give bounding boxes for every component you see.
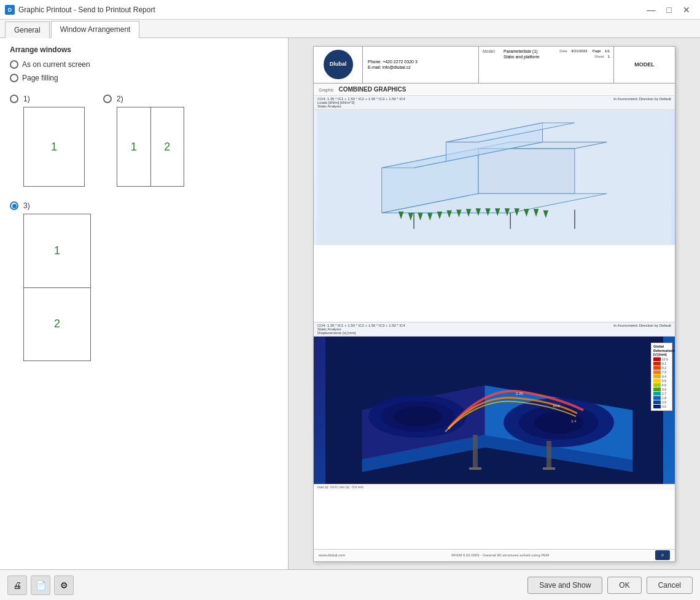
ok-button[interactable]: OK [607, 577, 641, 594]
page-header-meta: Model: Parameterliste (1) Date 3/21/2022… [478, 47, 613, 83]
settings-icon-btn[interactable]: ⚙ [54, 575, 74, 595]
svg-rect-39 [546, 441, 551, 469]
pane1-info-left: CO4: 1.35 * IC1 + 1.50 * IC2 + 1.50 * IC… [317, 97, 405, 108]
window-title: Graphic Printout - Send to Printout Repo… [18, 6, 155, 14]
layout-3-cell-1: 1 [24, 214, 90, 287]
radio-layout-2 [103, 95, 112, 103]
legend-bar: 10.0 9.1 8.2 7.3 6.4 5.5 4.6 3.6 2.7 1 [653, 357, 670, 409]
page-header-info: Phone: +420 2272 0320 3 E-mail: info@dlu… [363, 47, 478, 83]
svg-text:2.25: 2.25 [516, 392, 523, 395]
radio-current-screen[interactable]: As on current screen [10, 60, 278, 69]
action-bar: 🖨 📄 ⚙ Save and Show OK Cancel [0, 569, 700, 600]
layout-2-box[interactable]: 1 2 [117, 107, 184, 187]
tab-general[interactable]: General [5, 21, 50, 38]
radio-circle-current [10, 60, 18, 69]
layout-3-group: 3) 1 2 [10, 201, 278, 361]
preview-page: Dlubal Phone: +420 2272 0320 3 E-mail: i… [313, 46, 675, 562]
pane2-bottom-info: max |v|: 10.0 | min |v|: -0.0 mm [314, 484, 675, 489]
maximize-button[interactable]: □ [662, 4, 677, 16]
svg-point-34 [393, 407, 442, 426]
minimize-button[interactable]: — [642, 4, 661, 16]
legend-title: GlobalDeformations[v] [mm] [653, 345, 670, 357]
layout-1-label: 1) [23, 95, 85, 103]
layout-3-box[interactable]: 1 2 [23, 214, 91, 361]
layout-1-box[interactable]: 1 [23, 107, 85, 187]
export-icon-btn[interactable]: 📄 [31, 575, 50, 595]
page-logo: Dlubal [314, 47, 363, 83]
main-content: Arrange windows As on current screen Pag… [0, 38, 700, 569]
layout-3-radio[interactable] [10, 201, 18, 210]
section-title: Arrange windows [10, 45, 278, 54]
pane1-svg: 2.25 2.751 1.875 1.75 1.874 [314, 110, 675, 245]
pane1-image: 2.25 2.751 1.875 1.75 1.874 [314, 110, 675, 245]
layout-3-cell-2: 2 [24, 287, 90, 361]
pane1-header: CO4: 1.35 * IC1 + 1.50 * IC2 + 1.50 * IC… [314, 96, 675, 110]
tab-bar: General Window Arrangement [0, 20, 700, 38]
layout-3-label: 3) [23, 201, 91, 210]
close-button[interactable]: ✕ [678, 4, 695, 16]
layout-2-cell-2: 2 [150, 107, 184, 186]
pane2-info-left: CO4: 1.35 * IC1 + 1.50 * IC2 + 1.50 * IC… [317, 324, 405, 335]
graphics-header: Graphic COMBINED GRAPHICS [314, 84, 675, 96]
page-footer: www.dlubal.com RFEM 6.02.0003 - General … [314, 549, 675, 561]
title-bar: D Graphic Printout - Send to Printout Re… [0, 0, 700, 20]
layout-2-cell-1: 1 [117, 107, 150, 186]
svg-text:3.4: 3.4 [571, 419, 577, 423]
pane2-header: CO4: 1.35 * IC1 + 1.50 * IC2 + 1.50 * IC… [314, 322, 675, 337]
radio-layout-1 [10, 95, 18, 103]
action-bar-right: Save and Show OK Cancel [527, 577, 693, 594]
layout-1-radio[interactable] [10, 95, 18, 103]
svg-marker-4 [478, 148, 575, 193]
radio-group: As on current screen Page filling [10, 60, 278, 82]
graphic-pane-1: CO4: 1.35 * IC1 + 1.50 * IC2 + 1.50 * IC… [314, 96, 675, 323]
title-bar-left: D Graphic Printout - Send to Printout Re… [5, 5, 155, 15]
graphic-pane-2: CO4: 1.35 * IC1 + 1.50 * IC2 + 1.50 * IC… [314, 322, 675, 549]
page-header: Dlubal Phone: +420 2272 0320 3 E-mail: i… [314, 47, 675, 84]
radio-layout-3 [10, 201, 18, 210]
graphics-section: Graphic COMBINED GRAPHICS CO4: 1.35 * IC… [314, 84, 675, 549]
print-icon-btn[interactable]: 🖨 [7, 575, 27, 595]
pane2-svg: 2.25 10.0 3.4 [314, 337, 675, 484]
layout-2-label: 2) [117, 95, 184, 103]
tab-window-arrangement[interactable]: Window Arrangement [51, 21, 140, 38]
layout-2-group: 2) 1 2 [103, 95, 184, 187]
layout-2-radio[interactable] [103, 95, 112, 103]
layout-1-group: 1) 1 [10, 95, 85, 187]
right-panel: Dlubal Phone: +420 2272 0320 3 E-mail: i… [289, 38, 700, 569]
pane2-image: 2.25 10.0 3.4 GlobalDeformations[v] [mm]… [314, 337, 675, 484]
footer-logo: D [655, 550, 670, 560]
radio-inner-3 [12, 204, 17, 208]
pane2-info-right: In Axonometric Direction by Default [613, 324, 671, 335]
radio-circle-page [10, 74, 18, 82]
left-panel: Arrange windows As on current screen Pag… [0, 38, 289, 569]
app-icon: D [5, 5, 15, 15]
pane1-info-right: In Axonometric Direction by Default [613, 97, 671, 108]
svg-rect-40 [469, 467, 481, 470]
svg-text:10.0: 10.0 [553, 404, 560, 408]
action-bar-left: 🖨 📄 ⚙ [7, 575, 74, 595]
logo-circle: Dlubal [324, 50, 353, 79]
layout-1-cell: 1 [24, 141, 84, 154]
page-model-label: MODEL [613, 47, 675, 83]
layout-options: 1) 1 2) 1 2 [10, 92, 278, 361]
cancel-button[interactable]: Cancel [647, 577, 693, 594]
save-and-show-button[interactable]: Save and Show [527, 577, 602, 594]
title-bar-right: — □ ✕ [642, 4, 695, 16]
svg-rect-41 [543, 467, 555, 470]
svg-rect-38 [473, 435, 478, 469]
radio-page-filling[interactable]: Page filling [10, 74, 278, 82]
color-legend: GlobalDeformations[v] [mm] 10.0 9.1 8.2 … [651, 343, 672, 411]
